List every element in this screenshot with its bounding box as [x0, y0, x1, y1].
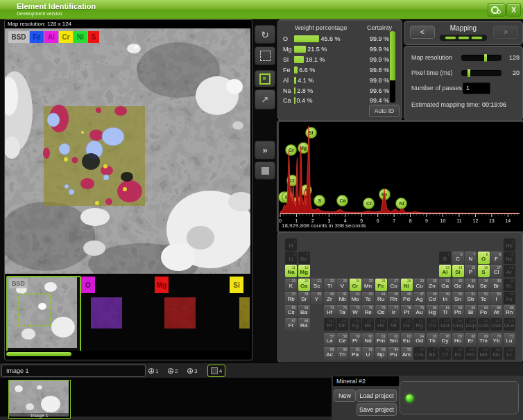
element-Au[interactable]: 79Au [413, 305, 425, 317]
element-Se[interactable]: 34Se [478, 279, 490, 291]
stop-button[interactable] [255, 161, 275, 180]
refresh-button[interactable]: ↻ [255, 25, 275, 44]
thumbnail-o[interactable] [91, 297, 122, 329]
quadrant-button-1[interactable]: ⊕1 [148, 365, 159, 377]
settings-button[interactable] [488, 3, 506, 17]
new-button[interactable]: New [334, 390, 356, 402]
element-Db[interactable]: 105Db [336, 318, 348, 331]
element-Sr[interactable]: 38Sr [298, 292, 310, 304]
element-Ag[interactable]: 47Ag [413, 292, 425, 304]
element-Tb[interactable]: 65Tb [427, 333, 438, 346]
element-Fe[interactable]: 26Fe [375, 279, 387, 291]
element-Ac[interactable]: 89Ac [324, 347, 336, 360]
element-Ne[interactable]: 10Ne [504, 252, 515, 264]
element-Po[interactable]: 84Po [478, 305, 490, 317]
element-F[interactable]: 9F [490, 252, 502, 264]
element-Xe[interactable]: 54Xe [504, 292, 515, 304]
element-Nb[interactable]: 41Nb [336, 292, 348, 304]
thumbnail-bsd[interactable]: BSD [6, 276, 81, 351]
element-Yb[interactable]: 70Yb [490, 333, 502, 346]
element-Re[interactable]: 75Re [362, 305, 374, 317]
element-Zr[interactable]: 40Zr [324, 292, 336, 304]
element-Be[interactable]: 4Be [298, 252, 310, 264]
element-Ds[interactable]: 110Ds [401, 318, 413, 331]
element-As[interactable]: 33As [465, 279, 477, 291]
certainty-bar-fill[interactable] [390, 31, 395, 80]
element-Uuo[interactable]: 118Uuo [504, 318, 515, 331]
element-H[interactable]: 1H [285, 238, 297, 251]
element-Te[interactable]: 52Te [478, 292, 490, 304]
auto-id-button[interactable]: Auto ID [369, 105, 400, 117]
map-area-button-active[interactable] [255, 70, 275, 87]
element-Rh[interactable]: 45Rh [388, 292, 400, 304]
element-B[interactable]: 5B [439, 252, 451, 264]
element-Kr[interactable]: 36Kr [504, 279, 515, 291]
element-Mo[interactable]: 42Mo [350, 292, 361, 304]
element-Uus[interactable]: 117Uus [490, 318, 502, 331]
map-layer-tab-ni[interactable]: Ni [74, 31, 87, 43]
element-Zn[interactable]: 30Zn [427, 279, 438, 291]
map-layer-tab-s[interactable]: S [88, 31, 99, 43]
element-N[interactable]: 7N [465, 252, 477, 264]
element-Li[interactable]: 3Li [285, 252, 297, 264]
element-P[interactable]: 15P [465, 265, 477, 277]
thumbnail-label-mg[interactable]: Mg [155, 277, 169, 293]
element-Hg[interactable]: 80Hg [427, 305, 438, 317]
element-Cl[interactable]: 17Cl [490, 265, 502, 277]
element-Pr[interactable]: 59Pr [350, 333, 361, 346]
element-Pm[interactable]: 61Pm [375, 333, 387, 346]
element-Uuh[interactable]: 116Uuh [478, 318, 490, 331]
slider-handle[interactable] [484, 54, 487, 62]
element-S[interactable]: 16S [478, 265, 490, 277]
map-layer-tab-bsd[interactable]: BSD [8, 31, 29, 43]
element-V[interactable]: 23V [336, 279, 348, 291]
element-Eu[interactable]: 63Eu [401, 333, 413, 346]
scrollbar-thumb[interactable] [6, 352, 71, 356]
element-Ho[interactable]: 67Ho [452, 333, 464, 346]
element-Si[interactable]: 14Si [452, 265, 464, 277]
prev-page-button[interactable]: < [410, 26, 435, 39]
element-Sg[interactable]: 106Sg [350, 318, 361, 331]
element-Hf[interactable]: 72Hf [324, 305, 336, 317]
eds-spectrum-chart[interactable]: 01234567891011121314 [278, 122, 521, 223]
element-Bk[interactable]: 97Bk [427, 347, 438, 360]
element-W[interactable]: 74W [350, 305, 361, 317]
element-Bh[interactable]: 107Bh [362, 318, 374, 331]
element-Rn[interactable]: 86Rn [504, 305, 515, 317]
load-project-button[interactable]: Load project [357, 390, 397, 402]
element-Y[interactable]: 39Y [311, 292, 323, 304]
element-Ir[interactable]: 77Ir [388, 305, 400, 317]
element-Sm[interactable]: 62Sm [388, 333, 400, 346]
map-layer-tab-cr[interactable]: Cr [59, 31, 73, 43]
element-Tc[interactable]: 43Tc [362, 292, 374, 304]
element-Uut[interactable]: 113Uut [439, 318, 451, 331]
element-Es[interactable]: 99Es [452, 347, 464, 360]
element-Sn[interactable]: 50Sn [452, 292, 464, 304]
element-Er[interactable]: 68Er [465, 333, 477, 346]
element-Pa[interactable]: 91Pa [350, 347, 361, 360]
element-Th[interactable]: 90Th [336, 347, 348, 360]
element-In[interactable]: 49In [439, 292, 451, 304]
thumbnail-label-si[interactable]: Si [230, 277, 243, 293]
element-Rf[interactable]: 104Rf [324, 318, 336, 331]
element-Dy[interactable]: 66Dy [439, 333, 451, 346]
element-Lu[interactable]: 71Lu [504, 333, 515, 346]
element-Ni[interactable]: 28Ni [401, 279, 413, 291]
sem-image[interactable] [5, 28, 250, 274]
quadrant-button-4-selected[interactable]: 4 [207, 365, 225, 377]
close-button[interactable]: X [506, 3, 521, 17]
element-Hs[interactable]: 108Hs [375, 318, 387, 331]
element-Pu[interactable]: 94Pu [388, 347, 400, 360]
element-Ta[interactable]: 73Ta [336, 305, 348, 317]
element-Tl[interactable]: 81Tl [439, 305, 451, 317]
element-Ar[interactable]: 18Ar [504, 265, 515, 277]
element-Cu[interactable]: 29Cu [413, 279, 425, 291]
element-Cf[interactable]: 98Cf [439, 347, 451, 360]
thumbnail-label-o[interactable]: O [81, 277, 95, 293]
element-Sc[interactable]: 21Sc [311, 279, 323, 291]
element-Cd[interactable]: 48Cd [427, 292, 438, 304]
element-Am[interactable]: 95Am [401, 347, 413, 360]
element-Uuq[interactable]: 114Uuq [452, 318, 464, 331]
element-C[interactable]: 6C [452, 252, 464, 264]
element-Pd[interactable]: 46Pd [401, 292, 413, 304]
